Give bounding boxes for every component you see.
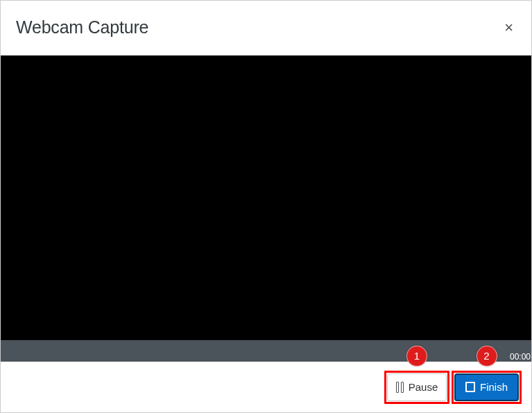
stop-icon [465, 382, 475, 392]
webcam-video-frame [80, 56, 453, 340]
close-icon: × [504, 19, 513, 36]
modal-title: Webcam Capture [16, 17, 148, 37]
close-button[interactable]: × [500, 17, 517, 37]
callout-badge-1: 1 [406, 346, 427, 366]
pause-button[interactable]: Pause [387, 373, 447, 401]
pause-button-label: Pause [409, 381, 438, 393]
progress-bar[interactable]: 00:00 [1, 340, 531, 362]
finish-button[interactable]: Finish [454, 373, 519, 401]
pause-icon [396, 382, 404, 393]
pause-button-wrapper: 1 Pause [387, 373, 447, 401]
finish-button-label: Finish [480, 381, 508, 393]
finish-button-wrapper: 2 Finish [454, 373, 519, 401]
video-preview-area [1, 56, 531, 340]
callout-badge-2: 2 [477, 346, 497, 366]
modal-footer: 1 Pause 2 Finish [1, 362, 531, 412]
modal-header: Webcam Capture × [1, 1, 531, 56]
recording-timer: 00:00 [510, 352, 531, 362]
